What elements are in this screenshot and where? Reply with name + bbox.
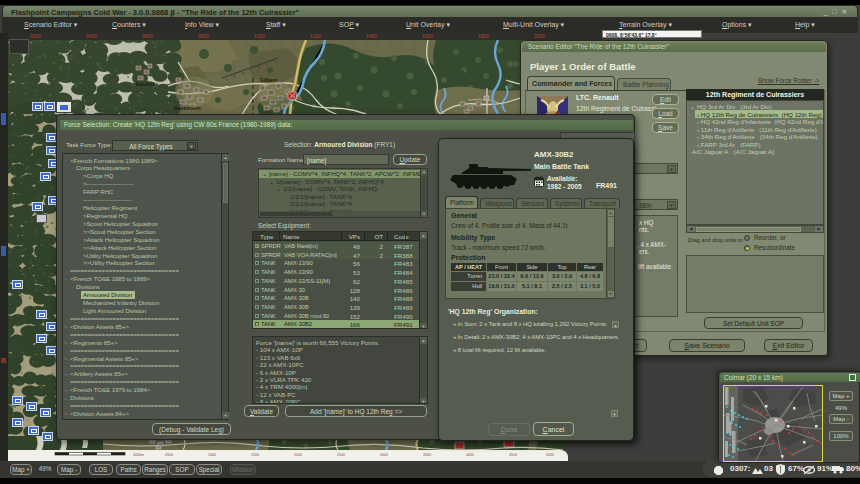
svg-text:2000m: 2000m bbox=[133, 453, 144, 457]
svg-text:2500: 2500 bbox=[337, 453, 345, 457]
svg-text:1000: 1000 bbox=[208, 453, 216, 457]
svg-text:3500: 3500 bbox=[423, 453, 431, 457]
svg-text:5000: 5000 bbox=[546, 453, 554, 457]
svg-text:4500: 4500 bbox=[509, 453, 517, 457]
svg-text:4000: 4000 bbox=[466, 453, 474, 457]
svg-text:3000: 3000 bbox=[380, 453, 388, 457]
svg-text:1500: 1500 bbox=[251, 453, 259, 457]
svg-text:Gilhem: Gilhem bbox=[260, 77, 278, 83]
svg-text:Equeville: Equeville bbox=[136, 81, 158, 87]
svg-text:Bevenheim: Bevenheim bbox=[174, 105, 201, 111]
svg-text:2000: 2000 bbox=[294, 453, 302, 457]
svg-text:0500: 0500 bbox=[165, 453, 173, 457]
